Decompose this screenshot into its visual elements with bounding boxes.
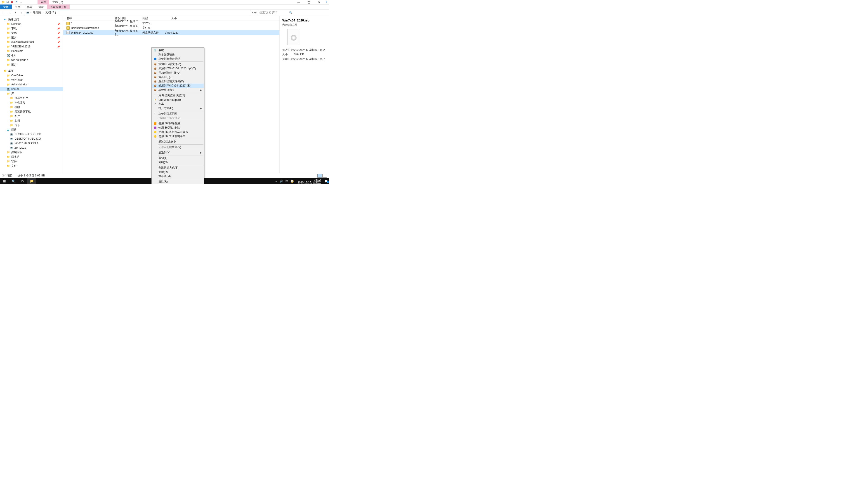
file-row[interactable]: BaiduNetdiskDownload2020/12/25, 星期五 1...… bbox=[63, 26, 279, 30]
tree-item[interactable]: 软件 bbox=[0, 159, 63, 164]
tree-item[interactable]: 网络 bbox=[0, 127, 63, 132]
context-menu-item[interactable]: 删除(D) bbox=[152, 170, 204, 174]
nav-up-button[interactable]: ↑ bbox=[19, 11, 24, 14]
tree-item[interactable]: 桌面 bbox=[0, 69, 63, 73]
context-menu-item[interactable]: 创建快捷方式(S) bbox=[152, 166, 204, 170]
context-menu-item[interactable]: 🟡使用 360进行木马云查杀 bbox=[152, 130, 204, 134]
context-menu-item[interactable]: 🟦上传到有道云笔记 bbox=[152, 57, 204, 61]
tree-item[interactable]: G:\ bbox=[0, 53, 63, 58]
icons-view-button[interactable] bbox=[322, 174, 327, 177]
search-button[interactable]: 🔍 bbox=[9, 178, 18, 184]
tree-item[interactable]: win7重装win7 bbox=[0, 58, 63, 62]
nav-back-button[interactable]: ← bbox=[1, 11, 6, 14]
context-menu-item[interactable]: 打开方式(H)▶ bbox=[152, 106, 204, 110]
nav-forward-button[interactable]: → bbox=[7, 11, 12, 14]
tree-item[interactable]: 图片📌 bbox=[0, 35, 63, 40]
tree-item[interactable]: 图片 bbox=[0, 114, 63, 119]
context-menu-item[interactable]: ↗共享 bbox=[152, 102, 204, 106]
ribbon-tab-file[interactable]: 文件 bbox=[0, 4, 12, 9]
tree-item[interactable]: Bandicam bbox=[0, 49, 63, 53]
chevron-right-icon[interactable]: › bbox=[43, 11, 43, 14]
close-button[interactable]: ✕ bbox=[314, 0, 324, 4]
context-menu-item[interactable]: 刻录光盘映像 bbox=[152, 53, 204, 57]
tree-item[interactable]: 天翼云盘下载 bbox=[0, 109, 63, 114]
tree-item[interactable]: Administrator bbox=[0, 82, 63, 87]
tree-item[interactable]: ZMT2019 bbox=[0, 145, 63, 150]
ime-indicator[interactable]: 中 bbox=[285, 180, 288, 183]
tree-item[interactable]: 图片 bbox=[0, 62, 63, 67]
context-menu-item[interactable]: 📝Edit with Notepad++ bbox=[152, 98, 204, 102]
file-row[interactable]: 12020/12/15, 星期二 1...文件夹 bbox=[63, 21, 279, 26]
context-menu-item[interactable]: 🟧使用 360解除占用 bbox=[152, 121, 204, 126]
file-row[interactable]: Win7x64_2020.iso2020/12/25, 星期五 1...光盘映像… bbox=[63, 30, 279, 35]
context-menu-item[interactable]: ·上传到百度网盘 bbox=[152, 111, 204, 116]
context-menu-item[interactable]: 还原以前的版本(V) bbox=[152, 145, 204, 149]
tree-item[interactable]: 库 bbox=[0, 91, 63, 96]
context-menu-item[interactable]: 通过QQ发送到 bbox=[152, 140, 204, 144]
ribbon-tab-view[interactable]: 查看 bbox=[35, 4, 47, 9]
tree-item[interactable]: WPS网盘 bbox=[0, 78, 63, 82]
delete-icon[interactable]: ✖ bbox=[10, 1, 13, 4]
file-explorer-taskbar-icon[interactable]: 📁 bbox=[27, 178, 36, 184]
tree-item[interactable]: 文档📌 bbox=[0, 31, 63, 35]
tree-item[interactable]: DESKTOP-LSSOEDP bbox=[0, 132, 63, 136]
column-header-size[interactable]: 大小 bbox=[163, 16, 184, 21]
context-menu-item[interactable]: 复制(C) bbox=[152, 160, 204, 164]
refresh-button[interactable]: ⟳ bbox=[254, 11, 256, 14]
context-menu-item[interactable]: 📦用360压缩打开(Q) bbox=[152, 71, 204, 75]
context-menu-item[interactable]: 🟡使用 360管理右键菜单 bbox=[152, 134, 204, 138]
action-center-icon[interactable]: 💬3 bbox=[324, 180, 328, 183]
tree-item[interactable]: 音乐 bbox=[0, 123, 63, 127]
search-input[interactable]: 搜索"文档 (E:)" 🔍 bbox=[258, 10, 294, 15]
chevron-right-icon[interactable]: › bbox=[58, 11, 58, 14]
tree-item[interactable]: ★快速访问 bbox=[0, 17, 63, 22]
network-icon[interactable]: 🧭 bbox=[290, 180, 294, 183]
context-menu-item[interactable]: 剪切(T) bbox=[152, 156, 204, 160]
tree-item[interactable]: 控制面板 bbox=[0, 150, 63, 155]
contextual-tab-manage[interactable]: 管理 bbox=[37, 0, 49, 4]
breadcrumb[interactable]: 文档 (E:) bbox=[44, 11, 57, 14]
tree-item[interactable]: DESKTOP-NJEU3CG bbox=[0, 136, 63, 141]
tree-item[interactable]: OneDrive bbox=[0, 73, 63, 78]
context-menu-item[interactable]: 🟪使用 360强力删除 bbox=[152, 126, 204, 130]
context-menu-item[interactable]: 📦解压到(F)... bbox=[152, 75, 204, 79]
context-menu-item[interactable]: 发送到(N)▶ bbox=[152, 151, 204, 155]
address-bar[interactable]: 💻 › 此电脑 › 文档 (E:) › bbox=[25, 10, 251, 15]
tree-item[interactable]: Desktop📌 bbox=[0, 22, 63, 26]
start-button[interactable]: ⊞ bbox=[0, 178, 9, 184]
breadcrumb[interactable]: 此电脑 bbox=[32, 11, 42, 14]
context-menu-item[interactable]: 📦添加到压缩文件(A)... bbox=[152, 62, 204, 66]
ribbon-tab-share[interactable]: 共享 bbox=[24, 4, 35, 9]
chevron-right-icon[interactable]: › bbox=[30, 11, 31, 14]
column-header-type[interactable]: 类型 bbox=[141, 16, 163, 21]
context-menu-item[interactable]: 重命名(M) bbox=[152, 174, 204, 178]
tree-item[interactable]: YUNQISHI2019📌 bbox=[0, 44, 63, 49]
tree-item[interactable]: 回收站 bbox=[0, 155, 63, 159]
context-menu-item[interactable]: 💿装载 bbox=[152, 48, 204, 53]
context-menu-item[interactable]: 属性(R) bbox=[152, 180, 204, 184]
details-view-button[interactable] bbox=[317, 174, 322, 177]
tree-item[interactable]: 下载📌 bbox=[0, 26, 63, 31]
help-button[interactable]: ? bbox=[324, 0, 329, 4]
tray-overflow-icon[interactable]: ︿ bbox=[275, 180, 278, 183]
tree-item[interactable]: 文件 bbox=[0, 164, 63, 168]
ribbon-tab-home[interactable]: 主页 bbox=[12, 4, 24, 9]
tree-item[interactable]: 视频 bbox=[0, 105, 63, 109]
task-view-button[interactable]: ⧉ bbox=[18, 178, 27, 184]
context-menu-item[interactable]: 📦解压到 Win7x64_2020\ (E) bbox=[152, 84, 204, 88]
maximize-button[interactable]: ▢ bbox=[304, 0, 314, 4]
tree-item[interactable]: 保存的图片 bbox=[0, 96, 63, 100]
checkbox-icon[interactable]: ☑ bbox=[6, 1, 9, 4]
context-menu-item[interactable]: 📦解压到当前文件夹(X) bbox=[152, 79, 204, 84]
tree-item[interactable]: 本机照片 bbox=[0, 100, 63, 105]
column-header-name[interactable]: 名称 bbox=[63, 16, 113, 21]
ribbon-tab-disc-tools[interactable]: 光盘映像工具 bbox=[47, 4, 70, 9]
minimize-button[interactable]: — bbox=[293, 0, 304, 4]
tree-item[interactable]: 文档 bbox=[0, 119, 63, 123]
address-dropdown-button[interactable]: ▾ bbox=[252, 11, 253, 14]
context-menu-item[interactable]: 📦添加到 "Win7x64_2020.zip" (T) bbox=[152, 66, 204, 71]
tree-item[interactable]: excel表格制作求和📌 bbox=[0, 40, 63, 44]
chevron-down-icon[interactable]: ▾ bbox=[13, 11, 18, 14]
undo-icon[interactable]: ↶ bbox=[15, 1, 18, 4]
context-menu-item[interactable]: ·用 蜂蜜浏览器 浏览(3) bbox=[152, 93, 204, 98]
